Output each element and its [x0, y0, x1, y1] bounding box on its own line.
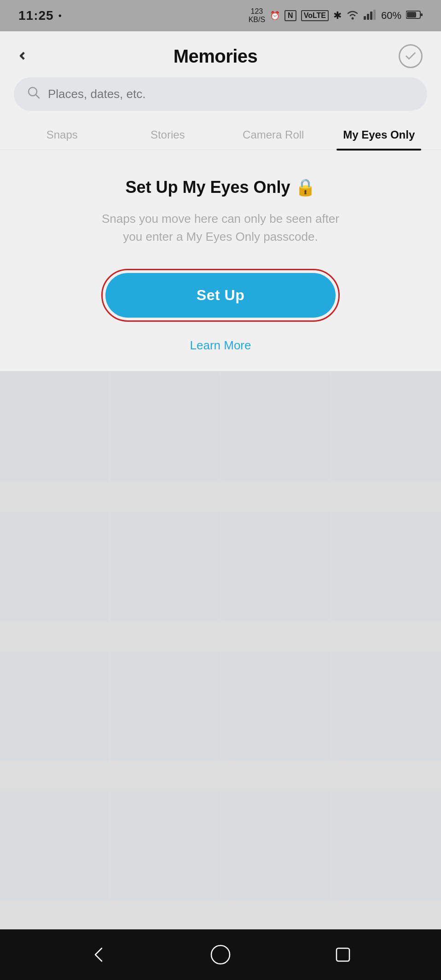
bluetooth-icon: ✱: [333, 10, 342, 22]
tab-snaps[interactable]: Snaps: [9, 120, 115, 150]
tab-my-eyes-only[interactable]: My Eyes Only: [326, 120, 432, 150]
grid-cell: [0, 791, 109, 900]
setup-button-wrapper: Set Up: [101, 269, 340, 322]
svg-rect-2: [367, 14, 369, 20]
signal-icon: [364, 10, 377, 22]
grid-cell: [221, 372, 331, 481]
svg-rect-6: [407, 12, 416, 17]
back-chevron-button[interactable]: ⌄: [16, 49, 35, 63]
grid-cell: [221, 512, 331, 621]
wifi-icon: [346, 10, 359, 22]
data-speed-icon: 123KB/S: [249, 7, 265, 23]
nav-back-button[interactable]: [84, 941, 112, 968]
svg-rect-4: [373, 10, 376, 20]
status-time: 11:25: [18, 8, 54, 23]
grid-cell: [332, 372, 441, 481]
status-bar: 11:25 • 123KB/S ⏰ N VoLTE ✱ 60%: [0, 0, 441, 31]
setup-description: Snaps you move here can only be seen aft…: [92, 210, 349, 246]
setup-button[interactable]: Set Up: [105, 273, 336, 318]
grid-cell: [221, 791, 331, 900]
search-input[interactable]: [48, 87, 414, 101]
header: ⌄ Memories: [0, 31, 441, 77]
alarm-icon: ⏰: [270, 11, 280, 21]
status-icons: 123KB/S ⏰ N VoLTE ✱ 60%: [249, 7, 423, 23]
grid-cell: [332, 652, 441, 761]
volte-icon: VoLTE: [301, 10, 329, 21]
grid-cell: [332, 791, 441, 900]
learn-more-link[interactable]: Learn More: [190, 338, 251, 353]
svg-point-0: [351, 17, 354, 19]
grid-cell: [110, 372, 220, 481]
done-button[interactable]: [399, 44, 423, 68]
svg-rect-11: [337, 948, 349, 961]
svg-line-9: [36, 95, 39, 98]
search-container: [0, 77, 441, 120]
battery-percent: 60%: [381, 10, 401, 22]
tabs: Snaps Stories Camera Roll My Eyes Only: [0, 120, 441, 150]
nav-home-button[interactable]: [207, 941, 234, 968]
media-grid: [0, 371, 441, 929]
svg-rect-7: [421, 13, 423, 16]
setup-title: Set Up My Eyes Only 🔒: [125, 178, 315, 197]
grid-cell: [110, 652, 220, 761]
status-dot: •: [58, 11, 62, 21]
search-icon: [27, 86, 41, 103]
svg-rect-1: [364, 16, 366, 20]
grid-cell: [0, 372, 109, 481]
grid-cell: [0, 652, 109, 761]
setup-section: Set Up My Eyes Only 🔒 Snaps you move her…: [0, 150, 441, 371]
page-title: Memories: [174, 46, 258, 67]
nfc-icon: N: [284, 10, 296, 21]
grid-cell: [332, 512, 441, 621]
bottom-nav: [0, 929, 441, 980]
nav-recents-button[interactable]: [329, 941, 357, 968]
grid-cell: [221, 652, 331, 761]
search-bar[interactable]: [14, 77, 427, 111]
main-content: ⌄ Memories Snaps Stories Camera Roll My …: [0, 31, 441, 929]
grid-cell: [0, 512, 109, 621]
tab-camera-roll[interactable]: Camera Roll: [220, 120, 326, 150]
tab-stories[interactable]: Stories: [115, 120, 221, 150]
svg-point-10: [211, 945, 230, 964]
grid-cell: [110, 512, 220, 621]
grid-cell: [110, 791, 220, 900]
battery-icon: [406, 10, 423, 22]
svg-rect-3: [370, 12, 372, 20]
